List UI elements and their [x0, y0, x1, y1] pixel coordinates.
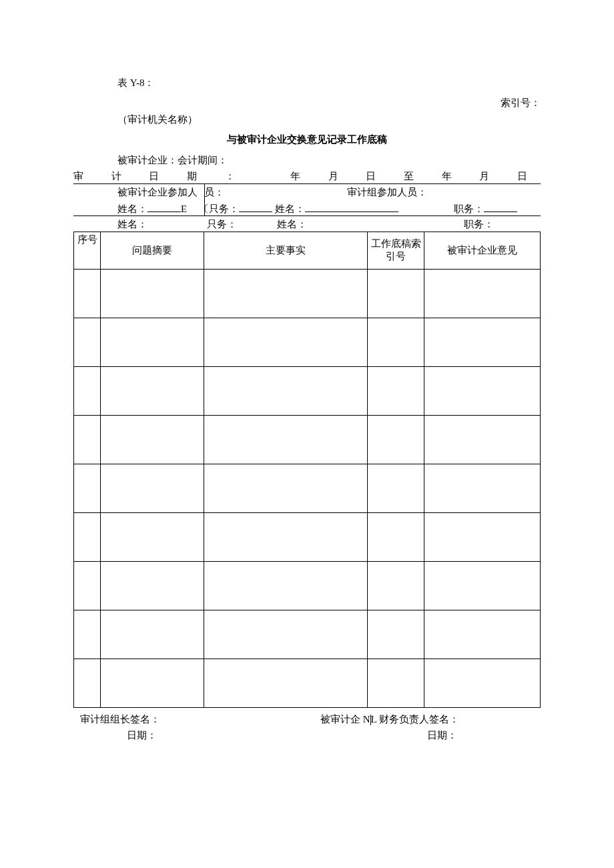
participants-line: 被审计企业参加人 员： 审计组参加人员：: [73, 184, 541, 200]
stray-text: E: [181, 203, 187, 214]
name-label: 姓名：: [275, 203, 305, 214]
duty-blank: [484, 200, 517, 212]
table-cell: [204, 318, 368, 366]
table-row: [74, 610, 541, 659]
date-label-left: 日期：: [127, 729, 157, 742]
name-label: 姓名：: [117, 219, 147, 230]
audit-date-char: 计: [111, 168, 121, 183]
audit-date-char: 年: [442, 168, 452, 183]
table-cell: [204, 512, 368, 561]
table-cell: [368, 659, 424, 707]
name-blank: [305, 200, 398, 212]
table-row: [74, 659, 541, 707]
accounting-period-label: 会计期间：: [178, 155, 228, 165]
table-cell: [101, 610, 204, 659]
audit-date-char: 审: [73, 168, 83, 183]
audit-date-char: 期: [187, 168, 197, 183]
date-label-right: 日期：: [427, 729, 457, 742]
audited-entity-label: 被审计企业：: [117, 155, 178, 165]
table-row: [74, 269, 541, 318]
audit-date-char: 月: [479, 168, 489, 183]
audit-date-char: ：: [225, 168, 235, 183]
table-cell: [74, 610, 101, 659]
col-workpaper-index: 工作底稿索引号: [368, 232, 424, 269]
table-row: [74, 561, 541, 610]
form-code: 表 Y-8：: [117, 77, 154, 89]
table-cell: [101, 464, 204, 512]
audit-date-char: 日: [517, 168, 527, 183]
table-cell: [368, 610, 424, 659]
table-cell: [368, 366, 424, 415]
table-cell: [204, 366, 368, 415]
audit-date-char: 月: [328, 168, 338, 183]
duty-label: 只务：: [207, 216, 237, 232]
table-cell: [368, 269, 424, 318]
table-cell: [74, 464, 101, 512]
document-title: 与被审计企业交换意见记录工作底稿: [73, 133, 541, 146]
table-cell: [368, 561, 424, 610]
table-cell: [424, 415, 541, 464]
table-cell: [424, 659, 541, 707]
table-cell: [204, 659, 368, 707]
table-cell: [368, 512, 424, 561]
entity-participants-label: 被审计企业参加人: [117, 187, 198, 197]
table-cell: [204, 415, 368, 464]
audit-org-name: （审计机关名称）: [117, 113, 198, 126]
table-cell: [74, 561, 101, 610]
name-label: 姓名：: [277, 216, 307, 232]
table-cell: [204, 561, 368, 610]
table-cell: [101, 561, 204, 610]
table-cell: [204, 464, 368, 512]
table-cell: [424, 269, 541, 318]
table-row: [74, 415, 541, 464]
table-cell: [204, 610, 368, 659]
table-cell: [74, 318, 101, 366]
name-label: 姓名：: [117, 203, 147, 214]
audit-team-participants-label: 审计组参加人员：: [347, 184, 427, 200]
entity-participants-suffix: 员：: [204, 187, 224, 197]
table-cell: [74, 269, 101, 318]
table-cell: [74, 366, 101, 415]
table-cell: [101, 269, 204, 318]
table-cell: [101, 512, 204, 561]
meta-block: 被审计企业：会计期间： 审 计 日 期 ： 年 月 日 至 年 月 日 被审计企…: [73, 152, 541, 232]
table-cell: [204, 269, 368, 318]
audit-date-char: 至: [404, 168, 414, 183]
col-issue-summary: 问题摘要: [101, 232, 204, 269]
duty-blank: [239, 200, 272, 212]
sig-right-a: 被审计企 N: [320, 714, 370, 725]
meta-line-entity: 被审计企业：会计期间：: [73, 152, 541, 168]
table-cell: [101, 318, 204, 366]
duty-label: 〔只务：: [199, 203, 239, 214]
table-cell: [424, 464, 541, 512]
table-cell: [74, 659, 101, 707]
name-blank: [147, 200, 181, 212]
table-cell: [368, 464, 424, 512]
table-body: [74, 269, 541, 707]
table-cell: [101, 659, 204, 707]
table-cell: [74, 415, 101, 464]
footer: 审计组组长签名： 被审计企 NL 财务负责人签名： 日期： 日期：: [73, 713, 541, 753]
name-duty-line-2: 姓名： 只务： 姓名： 职务：: [73, 216, 541, 232]
table-cell: [424, 610, 541, 659]
audit-date-char: 日: [149, 168, 159, 183]
table-cell: [424, 318, 541, 366]
finance-officer-signature-label: 被审计企 NL 财务负责人签名：: [320, 713, 459, 726]
table-cell: [424, 366, 541, 415]
col-seq: 序号: [74, 232, 101, 269]
team-leader-signature-label: 审计组组长签名：: [80, 713, 160, 726]
table-cell: [424, 512, 541, 561]
table-row: [74, 366, 541, 415]
table-cell: [74, 512, 101, 561]
audit-date-char: 年: [290, 168, 300, 183]
sig-right-b: L 财务负责人签名：: [371, 714, 459, 725]
table-cell: [101, 366, 204, 415]
main-table: 序号 问题摘要 主要事实 工作底稿索引号 被审计企业意见: [73, 232, 541, 708]
name-duty-line-1: 姓名：E 〔只务： 姓名： 职务：: [73, 200, 541, 216]
audit-date-char: 日: [366, 168, 376, 183]
table-cell: [368, 415, 424, 464]
duty-label-cn: 职务：: [454, 203, 484, 214]
table-row: [74, 512, 541, 561]
table-cell: [368, 318, 424, 366]
col-main-facts: 主要事实: [204, 232, 368, 269]
